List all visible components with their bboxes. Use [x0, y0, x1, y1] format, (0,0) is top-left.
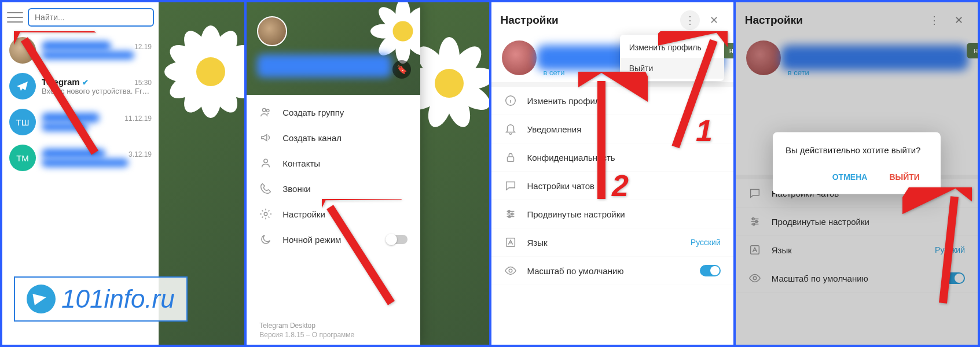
watermark: 101info.ru: [14, 276, 188, 322]
bell-icon: [504, 123, 517, 135]
svg-point-2: [267, 109, 270, 112]
dialog-text: Вы действительно хотите выйти?: [786, 145, 928, 155]
drawer-item-contacts[interactable]: Контакты: [247, 150, 420, 176]
dropdown-edit-profile[interactable]: Изменить профиль: [620, 37, 724, 58]
group-icon: [259, 106, 272, 119]
svg-point-3: [264, 159, 267, 163]
menu-label: Создать канал: [282, 133, 342, 143]
menu-label: Настройки: [282, 209, 325, 219]
settings-pane: Настройки ⋮ ✕ в сети написать Изменить п…: [491, 2, 733, 345]
chat-time: 15:30: [134, 79, 152, 87]
chat-item-telegram[interactable]: Telegram ✔15:30 Вход с нового устройства…: [2, 68, 159, 104]
settings-item-eye[interactable]: Масштаб по умолчанию: [491, 257, 733, 285]
chat-item[interactable]: xxxxx12.19 xxxxxxx: [2, 32, 159, 68]
settings-value: Русский: [691, 238, 721, 247]
chat-name: Telegram: [42, 77, 80, 87]
chat-item[interactable]: ТМ xxxx3.12.19 xxxxxxx: [2, 140, 159, 176]
drawer-item-night[interactable]: Ночной режим: [247, 227, 420, 252]
settings-item-sliders[interactable]: Продвинутые настройки: [491, 200, 733, 228]
drawer-item-settings[interactable]: Настройки: [247, 201, 420, 227]
chat-preview: Вход с нового устройства. From...: [42, 87, 152, 95]
avatar: [9, 37, 36, 64]
settings-label: Настройки чатов: [527, 181, 721, 191]
settings-label: Язык: [527, 238, 680, 248]
menu-label: Ночной режим: [282, 235, 341, 245]
settings-item-info[interactable]: Изменить профиль: [491, 87, 733, 115]
cancel-button[interactable]: ОТМЕНА: [824, 168, 876, 186]
toggle-on[interactable]: [700, 265, 721, 276]
settings-label: Уведомления: [527, 124, 721, 134]
verified-icon: ✔: [82, 78, 89, 87]
chat-item[interactable]: ТШ xxxx11.12.19 xxxx: [2, 104, 159, 140]
telegram-icon: [27, 285, 56, 313]
settings-item-lang[interactable]: ЯзыкРусский: [491, 228, 733, 257]
lang-icon: [504, 236, 517, 249]
panel-drawer: 🔖 Создать группуСоздать каналКонтактыЗво…: [247, 2, 491, 345]
svg-point-4: [265, 212, 268, 216]
channel-icon: [259, 131, 272, 144]
logout-dialog: Вы действительно хотите выйти? ОТМЕНА ВЫ…: [773, 132, 941, 194]
svg-rect-7: [507, 157, 513, 161]
avatar: ТШ: [9, 109, 36, 135]
bookmark-icon[interactable]: 🔖: [392, 60, 411, 79]
drawer: 🔖 Создать группуСоздать каналКонтактыЗво…: [247, 2, 420, 345]
night-icon: [259, 233, 272, 246]
info-icon: [504, 94, 517, 107]
panel-chat-list: xxxxx12.19 xxxxxxx Telegram ✔15:30 Вход …: [2, 2, 247, 345]
drawer-item-calls[interactable]: Звонки: [247, 176, 420, 201]
drawer-item-group[interactable]: Создать группу: [247, 99, 420, 125]
settings-label: Масштаб по умолчанию: [527, 266, 689, 276]
settings-label: Конфиденциальность: [527, 153, 721, 163]
menu-label: Создать группу: [282, 108, 344, 117]
profile-name-blurred: [257, 54, 391, 77]
chat-date: 3.12.19: [129, 150, 152, 158]
calls-icon: [259, 182, 272, 195]
search-input[interactable]: [28, 8, 154, 27]
drawer-footer: Telegram Desktop Версия 1.8.15 – О прогр…: [259, 322, 354, 339]
svg-point-1: [263, 109, 266, 112]
settings-icon: [259, 208, 272, 220]
status-online: в сети: [544, 68, 565, 77]
eye-icon: [504, 264, 517, 277]
avatar: [502, 40, 537, 75]
settings-label: Продвинутые настройки: [527, 209, 721, 219]
avatar: ТМ: [9, 145, 36, 171]
avatar: [257, 16, 287, 46]
settings-item-bell[interactable]: Уведомления: [491, 115, 733, 143]
drawer-item-channel[interactable]: Создать канал: [247, 125, 420, 150]
settings-title: Настройки: [501, 14, 676, 27]
close-icon[interactable]: ✕: [704, 10, 724, 30]
panel-logout-dialog: Настройки ⋮ ✕ в сети написать Настройки …: [736, 2, 978, 345]
menu-label: Звонки: [282, 184, 310, 194]
watermark-text: 101info.ru: [61, 285, 175, 313]
settings-item-lock[interactable]: Конфиденциальность: [491, 143, 733, 172]
dropdown-logout[interactable]: Выйти: [620, 58, 724, 79]
chat-icon: [504, 179, 517, 192]
dropdown-menu: Изменить профиль Выйти: [620, 35, 724, 81]
sliders-icon: [504, 208, 517, 220]
contacts-icon: [259, 157, 272, 169]
night-toggle[interactable]: [387, 235, 408, 244]
lock-icon: [504, 151, 517, 164]
menu-label: Контакты: [282, 158, 320, 168]
menu-hamburger-icon[interactable]: [7, 10, 23, 24]
chat-date: 12.19: [134, 43, 152, 51]
settings-label: Изменить профиль: [527, 96, 721, 106]
kebab-menu-icon[interactable]: ⋮: [680, 10, 700, 30]
chat-date: 11.12.19: [124, 115, 152, 123]
logout-button[interactable]: ВЫЙТИ: [881, 168, 928, 186]
avatar: [9, 73, 36, 99]
panel-settings-menu: Настройки ⋮ ✕ в сети написать Изменить п…: [491, 2, 736, 345]
settings-item-chat[interactable]: Настройки чатов: [491, 172, 733, 200]
write-button[interactable]: написать: [722, 43, 736, 58]
drawer-menu: Создать группуСоздать каналКонтактыЗвонк…: [247, 95, 420, 257]
svg-point-12: [509, 269, 512, 272]
